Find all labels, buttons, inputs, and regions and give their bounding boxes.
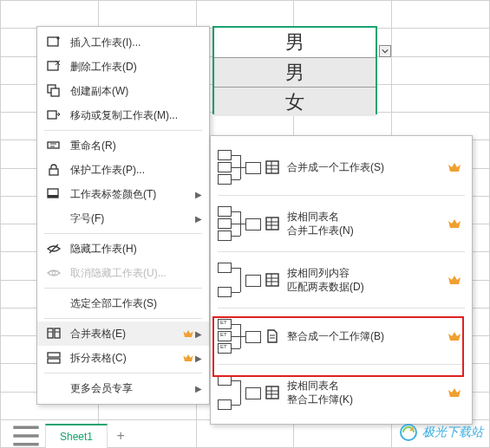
premium-icon (446, 159, 463, 176)
submenu-label-line1: 按相同列内容 (287, 266, 364, 280)
diagram-icon (216, 372, 265, 413)
menu-protect-sheet[interactable]: 保护工作表(P)... (37, 158, 209, 182)
submenu-merge-one-sheet[interactable]: 合并成一个工作表(S) (211, 141, 472, 193)
separator (218, 308, 465, 308)
svg-rect-4 (48, 111, 56, 119)
split-icon (46, 350, 62, 366)
rename-icon (46, 138, 62, 153)
submenu-label-line2: 匹配两表数据(D) (287, 280, 364, 294)
svg-rect-16 (266, 274, 278, 286)
menu-label: 移动或复制工作表(M)... (70, 108, 202, 123)
separator (44, 233, 202, 234)
chevron-right-icon: ▶ (195, 384, 202, 393)
svg-rect-14 (266, 161, 278, 173)
separator (218, 251, 465, 252)
sheet-context-menu: 插入工作表(I)... 删除工作表(D) 创建副本(W) 移动或复制工作表(M)… (36, 26, 210, 405)
submenu-label: 合并成一个工作表(S) (287, 160, 384, 174)
menu-label: 隐藏工作表(H) (70, 242, 202, 256)
premium-icon (446, 271, 463, 289)
premium-icon (181, 351, 195, 365)
menu-font-size[interactable]: 字号(F) ▶ (37, 206, 209, 230)
svg-rect-6 (49, 169, 58, 175)
menu-hide-sheet[interactable]: 隐藏工作表(H) (37, 237, 209, 261)
svg-rect-5 (48, 142, 59, 148)
sheet-tab-bar: Sheet1 + (7, 422, 267, 448)
tab-menu-icon[interactable] (7, 424, 45, 448)
plus-icon: + (116, 428, 124, 444)
selected-range[interactable]: 男 男 女 (212, 26, 377, 114)
merge-tables-submenu: 合并成一个工作表(S) 按相同表名 合并工作表(N) 按相同列 (210, 135, 473, 425)
blank-icon (46, 295, 62, 311)
separator (218, 195, 465, 196)
submenu-label-line1: 按相同表名 (287, 210, 354, 224)
menu-split-tables[interactable]: 拆分表格(C) ▶ (37, 346, 209, 370)
svg-rect-15 (266, 218, 278, 230)
separator (44, 373, 202, 373)
premium-icon (181, 327, 195, 341)
diagram-icon (216, 203, 265, 244)
svg-rect-11 (55, 328, 60, 338)
sheet-icon (265, 272, 280, 288)
chevron-right-icon: ▶ (195, 214, 202, 224)
submenu-label-line2: 整合工作簿(K) (287, 393, 353, 406)
color-icon (46, 186, 62, 202)
menu-delete-sheet[interactable]: 删除工作表(D) (37, 55, 209, 79)
menu-label: 创建副本(W) (70, 84, 202, 99)
menu-label: 工作表标签颜色(T) (70, 187, 195, 202)
tab-label: Sheet1 (60, 431, 93, 443)
svg-point-9 (52, 271, 56, 275)
menu-more-member[interactable]: 更多会员专享 ▶ (37, 376, 209, 400)
copy-icon (46, 83, 62, 99)
sheet-icon (265, 385, 280, 400)
cell-value[interactable]: 男 (214, 57, 376, 87)
submenu-merge-by-name[interactable]: 按相同表名 合并工作表(N) (211, 198, 472, 250)
menu-label: 插入工作表(I)... (70, 36, 202, 50)
diagram-icon (216, 146, 265, 188)
separator (44, 288, 202, 289)
unhide-icon (46, 265, 62, 281)
delete-sheet-icon (46, 59, 62, 75)
dropdown-button[interactable] (379, 45, 391, 57)
submenu-match-by-column[interactable]: 按相同列内容 匹配两表数据(D) (211, 254, 472, 306)
cell-value[interactable]: 女 (214, 87, 376, 116)
svg-rect-12 (48, 353, 60, 357)
menu-label: 重命名(R) (70, 139, 202, 153)
menu-merge-tables[interactable]: 合并表格(E) ▶ (37, 321, 209, 346)
chevron-right-icon: ▶ (195, 190, 202, 199)
svg-rect-17 (266, 386, 278, 399)
insert-sheet-icon (46, 35, 62, 50)
menu-tab-color[interactable]: 工作表标签颜色(T) ▶ (37, 182, 209, 206)
highlight-annotation (212, 316, 464, 377)
menu-rename[interactable]: 重命名(R) (37, 133, 209, 158)
sheet-icon (265, 216, 280, 231)
menu-label: 取消隐藏工作表(U)... (70, 266, 202, 281)
svg-rect-8 (48, 195, 58, 198)
svg-rect-10 (48, 328, 53, 338)
menu-insert-sheet[interactable]: 插入工作表(I)... (37, 30, 209, 55)
menu-label: 删除工作表(D) (70, 60, 202, 75)
add-sheet-button[interactable]: + (108, 424, 134, 448)
menu-label: 选定全部工作表(S) (70, 296, 202, 311)
menu-label: 更多会员专享 (70, 381, 195, 396)
menu-label: 字号(F) (70, 211, 195, 226)
diagram-icon (216, 259, 265, 301)
svg-rect-1 (48, 62, 58, 70)
menu-select-all-sheets[interactable]: 选定全部工作表(S) (37, 291, 209, 315)
tab-sheet1[interactable]: Sheet1 (45, 424, 108, 448)
premium-icon (446, 215, 463, 232)
separator (44, 318, 202, 319)
separator (44, 130, 202, 131)
menu-label: 拆分表格(C) (70, 351, 178, 366)
watermark: 极光下载站 (398, 422, 483, 443)
menu-create-copy[interactable]: 创建副本(W) (37, 79, 209, 103)
lock-icon (46, 162, 62, 178)
menu-label: 合并表格(E) (70, 327, 178, 341)
watermark-text: 极光下载站 (422, 425, 483, 440)
premium-icon (446, 384, 463, 401)
menu-move-copy[interactable]: 移动或复制工作表(M)... (37, 103, 209, 127)
chevron-right-icon: ▶ (195, 354, 202, 363)
blank-icon (46, 211, 62, 226)
sheet-icon (265, 159, 280, 175)
submenu-label-line2: 合并工作表(N) (287, 224, 354, 237)
cell-value[interactable]: 男 (214, 28, 376, 57)
